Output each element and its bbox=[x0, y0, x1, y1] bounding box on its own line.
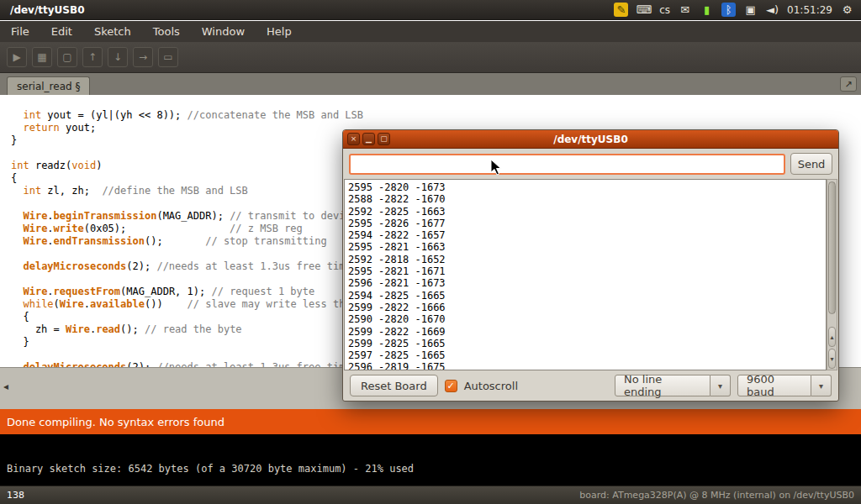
stop-button[interactable]: ▦ bbox=[32, 47, 52, 67]
reset-board-button[interactable]: Reset Board bbox=[350, 375, 438, 396]
chevron-down-icon[interactable]: ▾ bbox=[811, 375, 832, 396]
serial-output[interactable]: 2595 -2820 -16732588 -2822 -16702592 -28… bbox=[344, 179, 827, 370]
bluetooth-icon[interactable]: ᛒ bbox=[721, 3, 736, 17]
serial-input-row: Send bbox=[343, 149, 838, 179]
serial-line: 2592 -2818 -1652 bbox=[348, 254, 826, 265]
mouse-cursor bbox=[490, 159, 504, 176]
volume-icon[interactable]: ◄) bbox=[765, 3, 779, 17]
system-tray: ✎⌨cs✉▮ᛒ▣◄)01:51:29⚙ bbox=[614, 3, 854, 17]
serial-input[interactable] bbox=[349, 154, 785, 175]
scroll-down-button[interactable]: ▾ bbox=[828, 349, 836, 369]
serial-line: 2595 -2821 -1671 bbox=[348, 265, 826, 277]
serial-bottom-bar: Reset Board ✓ Autoscroll No line ending … bbox=[344, 371, 837, 400]
menu-file[interactable]: File bbox=[0, 22, 40, 41]
baud-value: 9600 baud bbox=[737, 375, 811, 396]
serial-monitor-button[interactable]: ▭ bbox=[158, 47, 178, 67]
serial-line: 2595 -2821 -1663 bbox=[348, 241, 826, 253]
code-line: int yout = (yl|(yh << 8)); //concatenate… bbox=[11, 109, 861, 122]
serial-line: 2596 -2821 -1673 bbox=[348, 277, 826, 289]
serial-line: 2596 -2819 -1675 bbox=[348, 361, 826, 370]
tab-strip: serial_read § bbox=[0, 73, 90, 95]
menu-tools[interactable]: Tools bbox=[142, 22, 191, 41]
menu-edit[interactable]: Edit bbox=[40, 22, 83, 41]
serial-window-controls: ×▁▢ bbox=[347, 133, 390, 145]
serial-line: 2595 -2826 -1677 bbox=[348, 218, 826, 229]
menubar: FileEditSketchToolsWindowHelp bbox=[0, 21, 861, 42]
open-sketch-button[interactable]: ↑ bbox=[82, 47, 103, 67]
serial-monitor-window: ×▁▢ /dev/ttyUSB0 Send 2595 -2820 -167325… bbox=[342, 129, 839, 402]
menu-window[interactable]: Window bbox=[191, 22, 256, 41]
console-output: Binary sketch size: 6542 bytes (of a 307… bbox=[7, 463, 414, 475]
scroll-up-button[interactable]: ▴ bbox=[828, 327, 836, 347]
top-panel: /dev/ttyUSB0 ✎⌨cs✉▮ᛒ▣◄)01:51:29⚙ bbox=[0, 0, 861, 20]
upload-button[interactable]: → bbox=[133, 47, 153, 67]
serial-line: 2599 -2825 -1665 bbox=[348, 338, 826, 349]
statusbar: 138 board: ATmega328P(A) @ 8 MHz (intern… bbox=[0, 486, 861, 504]
line-number-indicator: 138 bbox=[7, 490, 24, 501]
scrollbar-thumb[interactable] bbox=[828, 181, 836, 314]
baud-select[interactable]: 9600 baud ▾ bbox=[737, 375, 832, 396]
compile-status-bar: Done compiling. No syntax errors found bbox=[0, 409, 861, 434]
tab-menu-button[interactable]: ↗ bbox=[840, 76, 857, 92]
chevron-down-icon[interactable]: ▾ bbox=[710, 375, 731, 396]
serial-window-title: /dev/ttyUSB0 bbox=[343, 134, 838, 145]
new-sketch-button[interactable]: ▢ bbox=[57, 47, 77, 67]
tabbar: serial_read § ↗ bbox=[0, 73, 861, 95]
hscroll-left-arrow-icon[interactable]: ◂ bbox=[3, 381, 8, 392]
verify-button[interactable]: ▶ bbox=[7, 47, 27, 67]
keyboard-layout-indicator[interactable]: cs bbox=[659, 4, 670, 16]
mail-icon[interactable]: ✉ bbox=[678, 3, 692, 17]
autoscroll-checkbox[interactable]: ✓ bbox=[445, 380, 457, 392]
send-button[interactable]: Send bbox=[790, 153, 832, 175]
panel-window-title: /dev/ttyUSB0 bbox=[10, 4, 85, 16]
compile-status-message: Done compiling. No syntax errors found bbox=[7, 416, 224, 428]
toolbar: ▶▦▢↑↓→▭ bbox=[0, 42, 861, 73]
network-icon[interactable]: ▣ bbox=[743, 3, 758, 17]
clock[interactable]: 01:51:29 bbox=[787, 4, 832, 16]
serial-line: 2597 -2825 -1665 bbox=[348, 349, 826, 361]
serial-line: 2588 -2822 -1670 bbox=[348, 193, 826, 205]
menu-sketch[interactable]: Sketch bbox=[83, 22, 142, 41]
serial-line: 2594 -2822 -1657 bbox=[348, 229, 826, 241]
serial-line: 2599 -2822 -1669 bbox=[348, 326, 826, 338]
serial-line: 2590 -2820 -1670 bbox=[348, 313, 826, 325]
maximize-window-button[interactable]: ▢ bbox=[378, 133, 390, 145]
serial-line: 2595 -2820 -1673 bbox=[348, 181, 826, 193]
save-sketch-button[interactable]: ↓ bbox=[108, 47, 128, 67]
serial-line: 2592 -2825 -1663 bbox=[348, 206, 826, 218]
notes-applet-icon[interactable]: ✎ bbox=[614, 3, 628, 17]
autoscroll-label: Autoscroll bbox=[464, 380, 518, 392]
session-menu-icon[interactable]: ⚙ bbox=[840, 3, 854, 17]
line-ending-value: No line ending bbox=[615, 375, 710, 396]
serial-line: 2594 -2825 -1665 bbox=[348, 290, 826, 302]
battery-icon[interactable]: ▮ bbox=[700, 3, 714, 17]
minimize-window-button[interactable]: ▁ bbox=[362, 133, 375, 145]
tab-serial-read[interactable]: serial_read § bbox=[7, 76, 90, 95]
build-console: Binary sketch size: 6542 bytes (of a 307… bbox=[0, 434, 861, 486]
board-info: board: ATmega328P(A) @ 8 MHz (internal) … bbox=[579, 490, 854, 501]
close-window-button[interactable]: × bbox=[347, 133, 360, 145]
serial-window-titlebar[interactable]: ×▁▢ /dev/ttyUSB0 bbox=[343, 130, 838, 149]
serial-line: 2599 -2822 -1666 bbox=[348, 302, 826, 313]
serial-scrollbar[interactable]: ▴ ▾ bbox=[827, 179, 837, 370]
menu-help[interactable]: Help bbox=[256, 22, 303, 41]
line-ending-select[interactable]: No line ending ▾ bbox=[615, 375, 731, 396]
desktop: /dev/ttyUSB0 ✎⌨cs✉▮ᛒ▣◄)01:51:29⚙ FileEdi… bbox=[0, 0, 861, 504]
keyboard-icon[interactable]: ⌨ bbox=[636, 3, 652, 17]
